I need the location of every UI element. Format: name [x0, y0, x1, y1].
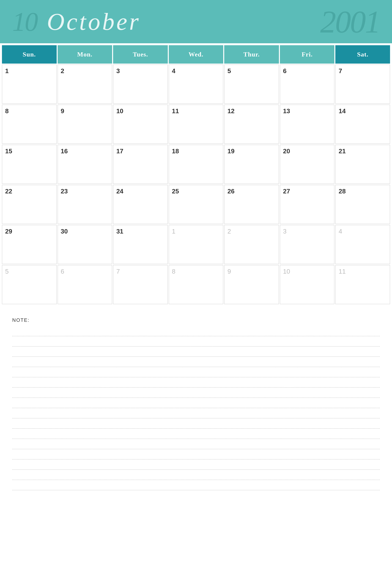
calendar-cell: 3	[113, 65, 168, 104]
day-header-tue: Tues.	[113, 45, 168, 64]
cell-number: 6	[61, 268, 64, 275]
cell-number: 4	[172, 67, 175, 75]
cell-number: 11	[172, 107, 179, 115]
calendar-cell: 3	[280, 225, 335, 264]
calendar-cell: 6	[58, 265, 112, 304]
calendar-cell: 22	[2, 185, 57, 224]
note-line	[12, 439, 380, 449]
cell-number: 6	[283, 67, 286, 75]
cell-number: 29	[5, 228, 12, 235]
cell-number: 3	[283, 228, 286, 235]
day-header-fri: Fri.	[280, 45, 335, 64]
calendar-cell: 7	[335, 65, 390, 104]
calendar-cell: 10	[113, 105, 168, 144]
cell-number: 7	[338, 67, 342, 75]
calendar-cell: 20	[280, 145, 335, 184]
cell-number: 27	[283, 188, 290, 195]
cell-number: 9	[227, 268, 231, 275]
day-header-wed: Wed.	[169, 45, 224, 64]
notes-lines	[12, 326, 380, 490]
cell-number: 5	[5, 268, 9, 275]
calendar-cell: 10	[280, 265, 335, 304]
cell-number: 10	[116, 107, 123, 115]
cell-number: 8	[172, 268, 175, 275]
calendar-cell: 11	[169, 105, 224, 144]
notes-label: NOTE:	[12, 317, 380, 323]
note-line	[12, 480, 380, 490]
calendar-cell: 21	[335, 145, 390, 184]
cell-number: 13	[283, 107, 290, 115]
note-line	[12, 470, 380, 480]
calendar-cell: 16	[58, 145, 112, 184]
note-line	[12, 408, 380, 418]
calendar-cell: 24	[113, 185, 168, 224]
note-line	[12, 336, 380, 346]
calendar-cell: 27	[280, 185, 335, 224]
calendar-grid: 1234567891011121314151617181920212223242…	[0, 64, 392, 305]
cell-number: 7	[116, 268, 120, 275]
calendar-cell: 26	[224, 185, 279, 224]
cell-number: 21	[338, 148, 346, 155]
calendar-cell: 31	[113, 225, 168, 264]
cell-number: 14	[338, 107, 346, 115]
note-line	[12, 326, 380, 336]
calendar-cell: 4	[169, 65, 224, 104]
cell-number: 10	[283, 268, 290, 275]
note-line	[12, 449, 380, 459]
cell-number: 20	[283, 148, 290, 155]
note-line	[12, 459, 380, 470]
note-line	[12, 398, 380, 408]
calendar-cell: 9	[58, 105, 112, 144]
calendar-cell: 14	[335, 105, 390, 144]
note-line	[12, 367, 380, 377]
calendar-cell: 28	[335, 185, 390, 224]
cell-number: 4	[338, 228, 342, 235]
calendar-cell: 4	[335, 225, 390, 264]
calendar-cell: 2	[224, 225, 279, 264]
cell-number: 1	[5, 67, 9, 75]
day-header-sat: Sat.	[335, 45, 390, 64]
calendar-cell: 6	[280, 65, 335, 104]
calendar-header: 10 October 2001	[0, 0, 392, 43]
cell-number: 9	[61, 107, 64, 115]
cell-number: 11	[338, 268, 346, 275]
day-header-mon: Mon.	[58, 45, 112, 64]
calendar-cell: 5	[224, 65, 279, 104]
cell-number: 1	[172, 228, 175, 235]
cell-number: 22	[5, 188, 12, 195]
cell-number: 5	[227, 67, 231, 75]
cell-number: 18	[172, 148, 179, 155]
calendar-cell: 2	[58, 65, 112, 104]
cell-number: 15	[5, 148, 12, 155]
day-headers: Sun. Mon. Tues. Wed. Thur. Fri. Sat.	[0, 43, 392, 64]
calendar-cell: 11	[335, 265, 390, 304]
calendar-cell: 29	[2, 225, 57, 264]
note-line	[12, 377, 380, 388]
calendar-cell: 8	[169, 265, 224, 304]
calendar-cell: 23	[58, 185, 112, 224]
calendar-cell: 5	[2, 265, 57, 304]
cell-number: 19	[227, 148, 235, 155]
calendar-cell: 25	[169, 185, 224, 224]
calendar-cell: 1	[169, 225, 224, 264]
month-number: 10	[12, 8, 37, 35]
note-line	[12, 388, 380, 398]
cell-number: 12	[227, 107, 235, 115]
note-line	[12, 346, 380, 357]
cell-number: 31	[116, 228, 123, 235]
calendar-cell: 8	[2, 105, 57, 144]
cell-number: 17	[116, 148, 123, 155]
calendar-cell: 30	[58, 225, 112, 264]
cell-number: 8	[5, 107, 9, 115]
cell-number: 24	[116, 188, 123, 195]
calendar-cell: 1	[2, 65, 57, 104]
calendar-cell: 19	[224, 145, 279, 184]
day-header-thu: Thur.	[224, 45, 279, 64]
note-line	[12, 429, 380, 439]
day-header-sun: Sun.	[2, 45, 57, 64]
cell-number: 2	[227, 228, 231, 235]
calendar-cell: 18	[169, 145, 224, 184]
month-name: October	[47, 10, 141, 34]
calendar-container: 10 October 2001 Sun. Mon. Tues. Wed. Thu…	[0, 0, 392, 568]
cell-number: 28	[338, 188, 346, 195]
